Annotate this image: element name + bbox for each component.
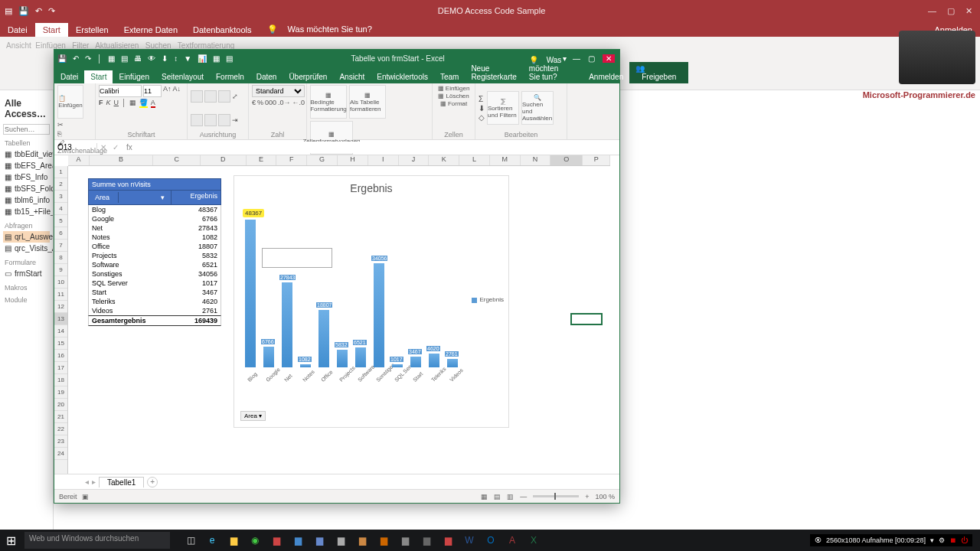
qat-save-icon[interactable]: 💾 xyxy=(18,6,29,16)
comma-icon[interactable]: 000 xyxy=(265,99,276,106)
tab-start[interactable]: Start xyxy=(35,23,68,37)
chart-axis-field[interactable]: Area ▾ xyxy=(240,411,266,421)
pivot-row[interactable]: Software6521 xyxy=(88,260,221,269)
nav-item[interactable]: ▦ tbSFS_Folders xyxy=(3,183,50,194)
view-pagebreak-icon[interactable]: ▥ xyxy=(507,493,514,500)
indent-icon[interactable]: ⇥ xyxy=(232,116,238,124)
paste-button[interactable]: 📋Einfügen xyxy=(57,85,83,119)
formula-input[interactable] xyxy=(137,142,619,153)
align-left-icon[interactable] xyxy=(191,114,203,126)
xl-redo-icon[interactable]: ↷ xyxy=(85,54,91,63)
border-icon[interactable]: ▦ xyxy=(129,99,136,108)
pivot-row[interactable]: Notes1082 xyxy=(88,233,221,242)
sheet-nav-prev-icon[interactable]: ◂ xyxy=(85,478,89,486)
pivot-row[interactable]: Blog48367 xyxy=(88,205,221,214)
fx-icon[interactable]: fx xyxy=(122,143,137,152)
qat-icon[interactable]: ▤ xyxy=(121,54,128,63)
taskbar-word-icon[interactable]: W xyxy=(459,530,479,550)
taskbar-app-icon[interactable]: ▆ xyxy=(395,530,415,550)
bold-button[interactable]: F xyxy=(99,99,103,108)
tab-externe-daten[interactable]: Externe Daten xyxy=(116,23,185,37)
taskbar-excel-icon[interactable]: X xyxy=(524,530,544,550)
align-mid-icon[interactable] xyxy=(204,90,217,103)
xl-tab-entwickler[interactable]: Entwicklertools xyxy=(371,70,434,83)
chart-bar[interactable]: 6521 xyxy=(355,347,366,367)
chart-bar[interactable]: 5832 xyxy=(337,350,348,367)
clear-icon[interactable]: ◇ xyxy=(479,113,485,122)
shrink-font-icon[interactable]: A↓ xyxy=(173,85,181,97)
macro-record-icon[interactable]: ▣ xyxy=(82,493,89,500)
access-tellme[interactable]: 💡 Was möchten Sie tun? xyxy=(260,22,387,37)
chart-bar[interactable]: 27843 xyxy=(282,282,292,367)
pivot-row[interactable]: Net27843 xyxy=(88,223,221,233)
nav-item[interactable]: ▤ qrc_Visits_Au xyxy=(3,243,50,254)
tab-erstellen[interactable]: Erstellen xyxy=(68,23,116,37)
zoom-level[interactable]: 100 % xyxy=(595,493,615,500)
qat-icon[interactable]: 👁 xyxy=(148,54,155,63)
chart-bar[interactable]: 1017 xyxy=(392,364,403,367)
rec-close-icon[interactable]: ⏻ xyxy=(961,536,968,544)
nav-item[interactable]: ▦ tbbEdit_view xyxy=(3,148,50,160)
delete-cells-button[interactable]: ▦ Löschen xyxy=(438,93,469,99)
xl-undo-icon[interactable]: ↶ xyxy=(73,54,79,63)
copy-icon[interactable]: ⎘ xyxy=(57,130,64,138)
taskbar-explorer-icon[interactable]: ▆ xyxy=(224,530,243,550)
taskbar-app-icon[interactable]: ▆ xyxy=(288,530,308,550)
access-minimize-icon[interactable]: — xyxy=(928,6,936,16)
xl-maximize-icon[interactable]: ▢ xyxy=(588,54,595,63)
taskbar-app-icon[interactable]: ▆ xyxy=(266,530,286,550)
zoom-slider[interactable] xyxy=(533,495,579,497)
xl-tab-ansicht[interactable]: Ansicht xyxy=(333,70,371,83)
spreadsheet-grid[interactable]: ABCDEFGHIJKLMNOP 12345678910111213141516… xyxy=(54,155,619,474)
nav-search[interactable] xyxy=(3,124,50,135)
xl-tab-einfuegen[interactable]: Einfügen xyxy=(113,70,155,83)
xl-share[interactable]: 👥 Freigeben xyxy=(629,62,688,83)
cond-format-button[interactable]: ▦Bedingte Formatierung xyxy=(310,85,347,119)
autosum-icon[interactable]: Σ xyxy=(479,95,485,103)
format-as-table-button[interactable]: ▦Als Tabelle formatieren xyxy=(349,85,386,119)
number-format[interactable]: Standard xyxy=(252,85,305,97)
taskbar-edge-icon[interactable]: e xyxy=(202,530,222,550)
nav-item[interactable]: ▤ qrL_Auswertun xyxy=(3,231,50,243)
rec-settings-icon[interactable]: ⚙ xyxy=(939,536,945,544)
pivot-row[interactable]: Google6766 xyxy=(88,214,221,223)
align-center-icon[interactable] xyxy=(204,114,217,126)
access-close-icon[interactable]: ✕ xyxy=(965,6,972,16)
chart-bar[interactable]: 3467 xyxy=(410,357,421,367)
align-right-icon[interactable] xyxy=(218,114,230,126)
xl-tab-seitenlayout[interactable]: Seitenlayout xyxy=(155,70,210,83)
orientation-icon[interactable]: ⤢ xyxy=(232,93,238,100)
italic-button[interactable]: K xyxy=(106,99,111,108)
nav-item[interactable]: ▦ tbEFS_Area xyxy=(3,160,50,171)
view-normal-icon[interactable]: ▦ xyxy=(481,493,488,500)
font-color-icon[interactable]: A xyxy=(151,99,155,108)
percent-icon[interactable]: % xyxy=(257,99,263,106)
font-name[interactable] xyxy=(99,85,142,97)
qat-icon[interactable]: 🖶 xyxy=(134,54,142,63)
cancel-formula-icon[interactable]: ✕ xyxy=(97,143,109,152)
taskbar-app-icon[interactable]: ▆ xyxy=(352,530,372,550)
xl-signin[interactable]: Anmelden xyxy=(583,70,629,83)
xl-tab-datei[interactable]: Datei xyxy=(54,70,84,83)
view-pagelayout-icon[interactable]: ▤ xyxy=(494,493,501,500)
taskbar-app-icon[interactable]: ▆ xyxy=(331,530,351,550)
rec-pause-icon[interactable]: ▾ xyxy=(930,536,934,544)
xl-tab-start[interactable]: Start xyxy=(84,70,113,83)
cut-icon[interactable]: ✂ xyxy=(57,121,64,129)
taskbar-app-icon[interactable]: ▆ xyxy=(374,530,394,550)
start-button[interactable]: ⊞ xyxy=(0,530,21,551)
taskbar-app-icon[interactable]: ▆ xyxy=(309,530,329,550)
xl-tab-formeln[interactable]: Formeln xyxy=(210,70,250,83)
qat-icon[interactable]: ▼ xyxy=(184,54,191,63)
chart-bar[interactable]: 34056 xyxy=(374,263,384,367)
align-top-icon[interactable] xyxy=(191,90,203,103)
xl-minimize-icon[interactable]: — xyxy=(573,54,580,63)
xl-tab-ueberpruefen[interactable]: Überprüfen xyxy=(283,70,333,83)
taskbar-outlook-icon[interactable]: O xyxy=(481,530,501,550)
pivot-table[interactable]: Summe von nVisits Area▾ Ergebnis Blog483… xyxy=(88,178,221,326)
access-maximize-icon[interactable]: ▢ xyxy=(947,6,955,16)
chart-bar[interactable]: 1082 xyxy=(300,364,311,367)
find-select-button[interactable]: 🔍Suchen und Auswählen xyxy=(521,91,554,125)
chart-bar[interactable]: 48367 xyxy=(245,220,256,367)
column-headers[interactable]: ABCDEFGHIJKLMNOP xyxy=(68,155,610,166)
